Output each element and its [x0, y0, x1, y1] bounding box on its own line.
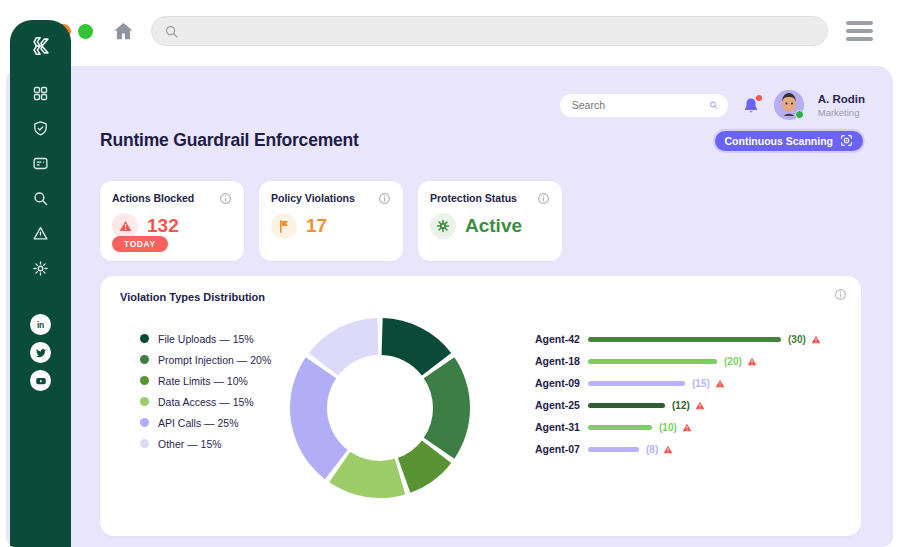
dashboard-search[interactable] [560, 94, 728, 117]
agent-bar-value: (10) [659, 422, 677, 433]
legend-dot-icon [140, 418, 149, 427]
dashboard-search-input[interactable] [570, 98, 709, 112]
home-icon[interactable] [112, 20, 135, 43]
agent-bar-row: Agent-25(12) [535, 394, 821, 416]
legend-label: File Uploads — 15% [158, 333, 254, 345]
legend-dot-icon [140, 439, 149, 448]
sidebar-item-settings[interactable] [29, 256, 53, 280]
donut-chart [288, 316, 472, 504]
legend-label: Rate Limits — 10% [158, 375, 248, 387]
info-icon[interactable] [378, 192, 391, 205]
scan-eye-icon [840, 134, 853, 147]
sidebar-item-alerts[interactable] [29, 221, 53, 245]
stat-label: Protection Status [430, 192, 517, 204]
app-window: A. Rodin Marketing Runtime Guardrail Enf… [0, 0, 899, 547]
title-row: Runtime Guardrail Enforcement Continuous… [100, 130, 863, 151]
stat-value: Active [465, 215, 522, 237]
warning-icon [695, 401, 705, 410]
agent-bar [588, 359, 717, 364]
dashboard-shell: A. Rodin Marketing Runtime Guardrail Enf… [6, 66, 893, 547]
header-row: A. Rodin Marketing [560, 90, 865, 120]
agent-label: Agent-09 [535, 377, 582, 389]
agent-bar-value: (30) [788, 334, 806, 345]
agent-bar-value: (12) [672, 400, 690, 411]
sidebar-item-policies[interactable] [29, 151, 53, 175]
agent-bar [588, 337, 781, 342]
donut-slice-api-calls [290, 357, 348, 479]
window-zoom-button[interactable] [78, 24, 93, 39]
browser-bar [0, 0, 899, 62]
user-info: A. Rodin Marketing [818, 93, 865, 118]
youtube-icon[interactable] [30, 370, 51, 391]
legend-label: Prompt Injection — 20% [158, 354, 271, 366]
k-logo-icon [30, 35, 52, 57]
legend-item: Rate Limits — 10% [140, 370, 271, 391]
continuous-scanning-button[interactable]: Continuous Scanning [715, 131, 864, 151]
warning-icon [747, 357, 757, 366]
stat-card-actions-blocked: Actions Blocked 132 TODAY [100, 181, 244, 261]
legend-item: API Calls — 25% [140, 412, 271, 433]
legend-item: File Uploads — 15% [140, 328, 271, 349]
agent-bar-value: (20) [724, 356, 742, 367]
today-badge: TODAY [112, 236, 168, 252]
sidebar-item-dashboard[interactable] [29, 81, 53, 105]
browser-address-bar[interactable] [151, 16, 828, 46]
agent-bar-row: Agent-31(10) [535, 416, 821, 438]
legend-label: Other — 15% [158, 438, 222, 450]
agent-bar [588, 425, 652, 430]
legend-dot-icon [140, 397, 149, 406]
stat-value: 132 [147, 215, 179, 237]
sidebar-social: in [30, 314, 51, 391]
stat-label: Actions Blocked [112, 192, 194, 204]
search-icon [709, 98, 718, 112]
donut-legend: File Uploads — 15%Prompt Injection — 20%… [140, 328, 271, 454]
agent-bar-row: Agent-18(20) [535, 350, 821, 372]
legend-dot-icon [140, 334, 149, 343]
agent-bar [588, 403, 665, 408]
agent-label: Agent-25 [535, 399, 582, 411]
agent-bars: Agent-42(30)Agent-18(20)Agent-09(15)Agen… [535, 328, 821, 460]
info-icon[interactable] [834, 288, 847, 301]
user-avatar[interactable] [774, 90, 804, 120]
legend-dot-icon [140, 355, 149, 364]
twitter-icon[interactable] [30, 342, 51, 363]
sidebar: in [10, 20, 71, 547]
warning-icon [715, 379, 725, 388]
search-icon [164, 24, 179, 39]
linkedin-icon[interactable]: in [30, 314, 51, 335]
warning-icon [811, 335, 821, 344]
stat-value: 17 [306, 215, 327, 237]
warning-icon [682, 423, 692, 432]
stat-card-protection-status: Protection Status [418, 181, 562, 261]
online-status-dot [795, 110, 804, 119]
violation-distribution-card: Violation Types Distribution File Upload… [100, 276, 861, 536]
user-role: Marketing [818, 107, 865, 118]
info-icon[interactable] [537, 192, 550, 205]
agent-bar [588, 447, 639, 452]
legend-item: Data Access — 15% [140, 391, 271, 412]
sidebar-item-protection[interactable] [29, 116, 53, 140]
agent-label: Agent-07 [535, 443, 582, 455]
agent-bar-value: (8) [646, 444, 658, 455]
legend-dot-icon [140, 376, 149, 385]
scan-button-label: Continuous Scanning [725, 135, 834, 147]
agent-bar-row: Agent-42(30) [535, 328, 821, 350]
legend-item: Other — 15% [140, 433, 271, 454]
agent-label: Agent-31 [535, 421, 582, 433]
browser-search-input[interactable] [187, 23, 815, 39]
agent-bar [588, 381, 685, 386]
sidebar-item-search[interactable] [29, 186, 53, 210]
agent-bar-row: Agent-07(8) [535, 438, 821, 460]
legend-item: Prompt Injection — 20% [140, 349, 271, 370]
menu-icon[interactable] [846, 21, 873, 41]
legend-label: Data Access — 15% [158, 396, 254, 408]
notifications-bell-icon[interactable] [742, 96, 760, 115]
agent-bar-row: Agent-09(15) [535, 372, 821, 394]
page-title: Runtime Guardrail Enforcement [100, 130, 359, 151]
stat-card-policy-violations: Policy Violations 17 [259, 181, 403, 261]
notification-dot [756, 95, 762, 101]
info-icon[interactable] [219, 192, 232, 205]
stat-cards-row: Actions Blocked 132 TODAY Policy Violati… [100, 181, 562, 261]
agent-bar-value: (15) [692, 378, 710, 389]
sidebar-nav [29, 81, 53, 280]
